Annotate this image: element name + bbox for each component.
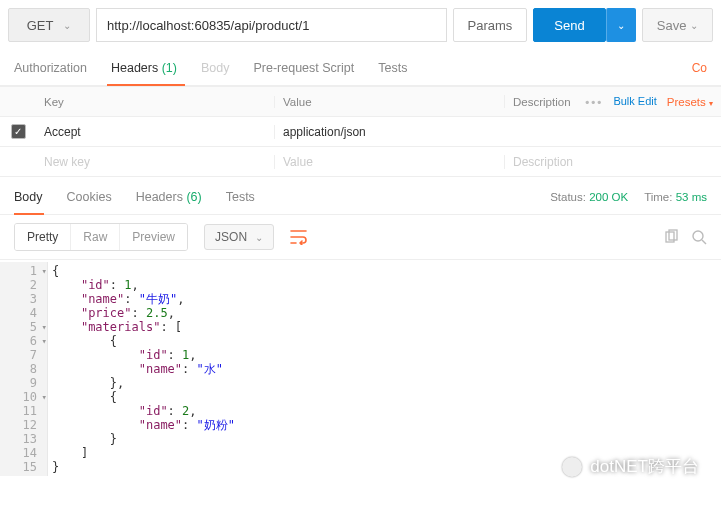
headers-count: (1): [162, 61, 177, 75]
view-raw[interactable]: Raw: [70, 224, 119, 250]
chevron-down-icon: ⌄: [63, 20, 71, 31]
tab-prerequest[interactable]: Pre-request Script: [253, 51, 354, 85]
tab-body[interactable]: Body: [201, 51, 230, 85]
status-label: Status:: [550, 191, 586, 203]
active-resp-underline: [14, 213, 44, 215]
response-body: 123456789101112131415 { "id": 1, "name":…: [0, 260, 721, 476]
resp-headers-label: Headers: [136, 190, 183, 204]
resp-tab-tests[interactable]: Tests: [226, 180, 255, 214]
resp-tab-body[interactable]: Body: [14, 180, 43, 214]
svg-point-2: [693, 231, 703, 241]
header-row[interactable]: ✓ Accept application/json: [0, 117, 721, 147]
url-input[interactable]: [96, 8, 447, 42]
svg-line-3: [702, 240, 706, 244]
send-button[interactable]: Send: [533, 8, 605, 42]
format-select[interactable]: JSON ⌄: [204, 224, 274, 250]
save-button[interactable]: Save ⌄: [642, 8, 713, 42]
params-button[interactable]: Params: [453, 8, 528, 42]
search-icon[interactable]: [691, 229, 707, 245]
new-key-input[interactable]: New key: [36, 155, 274, 169]
active-tab-underline: [107, 84, 185, 86]
wrap-icon[interactable]: [290, 229, 308, 245]
tab-headers-label: Headers: [111, 61, 158, 75]
watermark-text: dotNET跨平台: [590, 455, 699, 478]
send-dropdown[interactable]: ⌄: [606, 8, 636, 42]
time-value: 53 ms: [676, 191, 707, 203]
chevron-down-icon: ⌄: [617, 20, 625, 31]
wechat-icon: [562, 457, 582, 477]
header-value[interactable]: application/json: [274, 125, 504, 139]
method-select[interactable]: GET ⌄: [8, 8, 90, 42]
view-pretty[interactable]: Pretty: [15, 224, 70, 250]
resp-headers-count: (6): [186, 190, 201, 204]
copy-icon[interactable]: [663, 229, 679, 245]
method-label: GET: [27, 18, 54, 33]
resp-tab-headers[interactable]: Headers (6): [136, 180, 202, 214]
line-gutter: 123456789101112131415: [0, 262, 48, 476]
new-value-input[interactable]: Value: [274, 155, 504, 169]
chevron-down-icon: ⌄: [690, 20, 698, 31]
more-icon[interactable]: •••: [585, 96, 603, 108]
headers-table-head: Key Value Description ••• Bulk Edit Pres…: [0, 87, 721, 117]
time-label: Time:: [644, 191, 672, 203]
col-value: Value: [274, 96, 504, 108]
presets-link[interactable]: Presets ▾: [667, 96, 713, 108]
cookies-link[interactable]: Co: [692, 51, 707, 85]
header-row-new[interactable]: New key Value Description: [0, 147, 721, 177]
resp-tab-cookies[interactable]: Cookies: [67, 180, 112, 214]
json-source[interactable]: { "id": 1, "name": "牛奶", "price": 2.5, "…: [48, 262, 239, 476]
tab-headers[interactable]: Headers (1): [111, 51, 177, 85]
tab-authorization[interactable]: Authorization: [14, 51, 87, 85]
format-label: JSON: [215, 230, 247, 244]
bulk-edit-link[interactable]: Bulk Edit: [609, 95, 660, 107]
tab-tests[interactable]: Tests: [378, 51, 407, 85]
checkbox-checked[interactable]: ✓: [11, 124, 26, 139]
col-description: Description: [513, 96, 571, 108]
status-value: 200 OK: [589, 191, 628, 203]
view-preview[interactable]: Preview: [119, 224, 187, 250]
col-key: Key: [36, 96, 274, 108]
view-mode-segment: Pretty Raw Preview: [14, 223, 188, 251]
chevron-down-icon: ⌄: [255, 232, 263, 243]
watermark: dotNET跨平台: [562, 455, 699, 478]
save-label: Save: [657, 18, 687, 33]
header-key[interactable]: Accept: [36, 125, 274, 139]
new-desc-input[interactable]: Description: [504, 155, 721, 169]
